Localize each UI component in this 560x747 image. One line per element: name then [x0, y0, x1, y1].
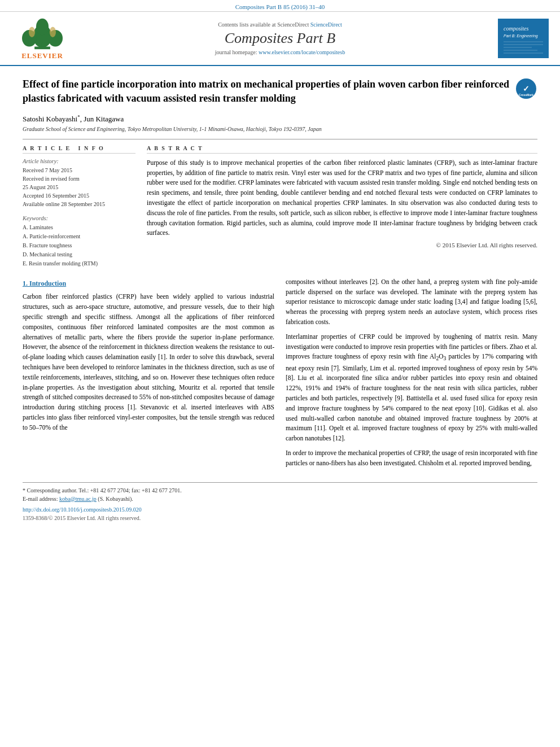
revised-label: Received in revised form [23, 174, 135, 183]
journal-logo-right: composites Part B: Engineering [487, 19, 549, 58]
sciencedirect-link[interactable]: Contents lists available at ScienceDirec… [73, 21, 487, 28]
composites-logo: composites Part B: Engineering [498, 19, 549, 58]
elsevier-logo: ELSEVIER [11, 16, 73, 60]
footnote-email-name: (S. Kobayashi). [98, 496, 133, 502]
journal-title-area: Contents lists available at ScienceDirec… [73, 21, 487, 55]
keyword-2: A. Particle-reinforcement [23, 232, 135, 241]
abstract-col: A B S T R A C T Purpose of this study is… [147, 145, 537, 268]
homepage-label: journal homepage: [215, 49, 257, 55]
journal-top-bar: Composites Part B 85 (2016) 31–40 [0, 0, 560, 12]
body-para2: composites without interleaves [2]. On t… [286, 277, 537, 327]
homepage-url[interactable]: www.elsevier.com/locate/compositesb [259, 49, 345, 55]
article-info-col: A R T I C L E I N F O Article history: R… [23, 145, 135, 268]
keyword-5: E. Resin transfer molding (RTM) [23, 259, 135, 268]
keyword-3: B. Fracture toughness [23, 241, 135, 250]
received-date: Received 7 May 2015 [23, 166, 135, 174]
doi-link[interactable]: http://dx.doi.org/10.1016/j.compositesb.… [23, 506, 142, 513]
sciencedirect-brand[interactable]: ScienceDirect [310, 21, 342, 28]
svg-point-7 [29, 27, 35, 37]
footnote-corresponding: * Corresponding author. Tel.: +81 42 677… [23, 486, 537, 495]
journal-name: Composites Part B [73, 30, 487, 47]
accepted-date: Accepted 16 September 2015 [23, 191, 135, 200]
affiliation: Graduate School of Science and Engineeri… [23, 126, 537, 132]
body-para1: Carbon fiber reinforced plastics (CFRP) … [23, 292, 274, 433]
footnote-area: * Corresponding author. Tel.: +81 42 677… [23, 482, 537, 521]
copyright-line: © 2015 Elsevier Ltd. All rights reserved… [147, 242, 537, 248]
keyword-1: A. Laminates [23, 223, 135, 232]
article-content: Effect of fine particle incorporation in… [0, 66, 560, 532]
sciencedirect-label: Contents lists available at ScienceDirec… [218, 21, 309, 28]
crossmark-badge[interactable]: ✓ CrossMark [515, 77, 537, 100]
crossmark-icon: ✓ CrossMark [516, 78, 536, 99]
svg-text:✓: ✓ [523, 84, 530, 93]
authors: Satoshi Kobayashi*, Jun Kitagawa [23, 113, 537, 123]
keywords-label: Keywords: [23, 215, 135, 221]
revised-date: 25 August 2015 [23, 183, 135, 191]
author-names: Satoshi Kobayashi*, Jun Kitagawa [23, 115, 124, 123]
body-columns: 1. Introduction Carbon fiber reinforced … [23, 277, 537, 473]
article-title-text: Effect of fine particle incorporation in… [23, 78, 509, 104]
abstract-text: Purpose of this study is to improve mech… [147, 158, 537, 239]
journal-header: ELSEVIER Contents lists available at Sci… [0, 12, 560, 66]
svg-rect-6 [34, 47, 50, 50]
svg-text:Part B: Engineering: Part B: Engineering [504, 34, 538, 38]
svg-text:CrossMark: CrossMark [519, 93, 533, 97]
body-col-left: 1. Introduction Carbon fiber reinforced … [23, 277, 274, 473]
svg-text:composites: composites [504, 25, 529, 32]
info-abstract-columns: A R T I C L E I N F O Article history: R… [23, 145, 537, 268]
article-title: Effect of fine particle incorporation in… [23, 77, 537, 106]
footer-issn: 1359-8368/© 2015 Elsevier Ltd. All right… [23, 515, 537, 521]
body-para4: In order to improve the mechanical prope… [286, 448, 537, 469]
journal-homepage: journal homepage: www.elsevier.com/locat… [73, 49, 487, 55]
footnote-email-label: E-mail address: [23, 496, 59, 502]
footnote-email-link[interactable]: koba@tmu.ac.jp [59, 496, 97, 502]
article-info-label: A R T I C L E I N F O [23, 145, 135, 154]
svg-point-4 [36, 19, 49, 36]
separator [23, 139, 537, 139]
history-label: Article history: [23, 158, 135, 164]
body-col-right: composites without interleaves [2]. On t… [286, 277, 537, 473]
elsevier-tree-svg [17, 16, 68, 50]
composites-logo-svg: composites Part B: Engineering [501, 20, 546, 57]
footnote-email: E-mail address: koba@tmu.ac.jp (S. Kobay… [23, 495, 537, 503]
svg-point-8 [50, 27, 56, 37]
elsevier-brand-text: ELSEVIER [21, 51, 63, 60]
journal-citation: Composites Part B 85 (2016) 31–40 [235, 3, 325, 10]
available-date: Available online 28 September 2015 [23, 200, 135, 208]
section1-heading: 1. Introduction [23, 278, 274, 289]
abstract-label: A B S T R A C T [147, 145, 537, 154]
body-para3: Interlaminar properties of CFRP could be… [286, 332, 537, 444]
keyword-4: D. Mechanical testing [23, 250, 135, 259]
